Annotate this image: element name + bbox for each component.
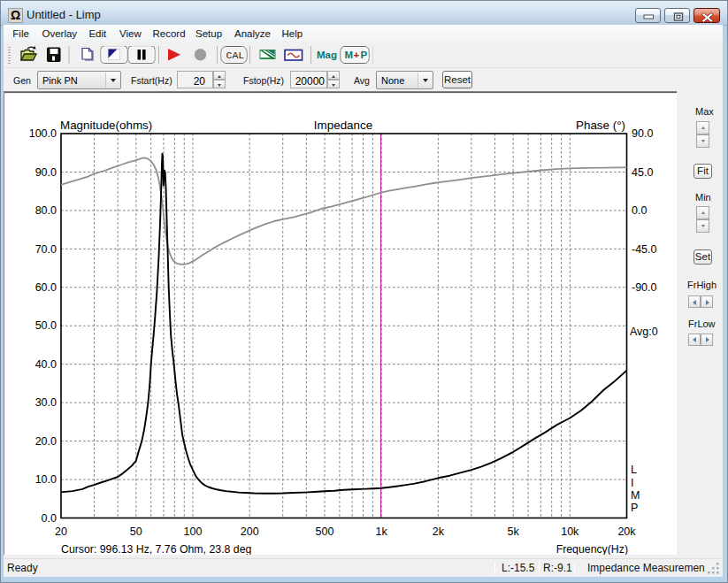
svg-text:20.0: 20.0 bbox=[35, 435, 57, 448]
svg-text:-90.0: -90.0 bbox=[632, 281, 657, 294]
svg-text:-45.0: -45.0 bbox=[632, 243, 657, 256]
svg-text:I: I bbox=[631, 477, 633, 489]
svg-text:60.0: 60.0 bbox=[35, 281, 57, 294]
svg-text:40.0: 40.0 bbox=[35, 358, 57, 371]
svg-text:Mag: Mag bbox=[317, 50, 337, 60]
svg-text:50.0: 50.0 bbox=[35, 319, 57, 332]
svg-text:90.0: 90.0 bbox=[632, 127, 653, 140]
svg-text:10.0: 10.0 bbox=[35, 473, 57, 486]
svg-text:200: 200 bbox=[241, 525, 259, 538]
svg-text:P: P bbox=[361, 50, 368, 60]
svg-text:100.0: 100.0 bbox=[29, 127, 57, 140]
svg-text:500: 500 bbox=[316, 525, 334, 538]
svg-text:M: M bbox=[345, 50, 354, 60]
svg-text:70.0: 70.0 bbox=[35, 243, 57, 256]
svg-text:30.0: 30.0 bbox=[35, 396, 57, 409]
svg-text:0.0: 0.0 bbox=[42, 512, 57, 525]
svg-text:5k: 5k bbox=[508, 525, 520, 538]
svg-text:Magnitude(ohms): Magnitude(ohms) bbox=[60, 119, 152, 132]
svg-text:20k: 20k bbox=[617, 525, 636, 538]
svg-text:100: 100 bbox=[184, 525, 203, 538]
svg-text:+: + bbox=[354, 50, 360, 60]
svg-text:20: 20 bbox=[55, 525, 67, 538]
svg-text:L: L bbox=[631, 464, 637, 476]
svg-text:10k: 10k bbox=[561, 525, 579, 538]
svg-text:2k: 2k bbox=[433, 525, 445, 538]
svg-text:Phase (°): Phase (°) bbox=[576, 119, 625, 132]
svg-text:80.0: 80.0 bbox=[35, 204, 57, 217]
svg-text:50: 50 bbox=[130, 525, 142, 538]
svg-text:45.0: 45.0 bbox=[632, 166, 653, 179]
svg-text:Cursor: 996.13 Hz, 7.76 Ohm, 2: Cursor: 996.13 Hz, 7.76 Ohm, 23.8 deg bbox=[61, 543, 251, 555]
svg-text:M: M bbox=[631, 489, 640, 502]
svg-text:1k: 1k bbox=[376, 525, 388, 538]
svg-text:Impedance: Impedance bbox=[314, 119, 372, 132]
svg-text:90.0: 90.0 bbox=[35, 166, 57, 179]
svg-text:Frequency(Hz): Frequency(Hz) bbox=[556, 543, 628, 555]
svg-text:P: P bbox=[631, 502, 638, 514]
svg-text:Avg:0: Avg:0 bbox=[630, 326, 658, 338]
svg-text:CAL: CAL bbox=[226, 50, 245, 61]
svg-text:0.0: 0.0 bbox=[632, 204, 647, 217]
